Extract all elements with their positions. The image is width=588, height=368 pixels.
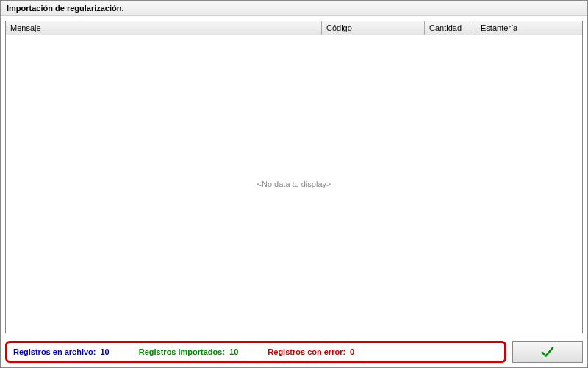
data-grid[interactable]: Mensaje Código Cantidad Estantería <No d… [5,21,583,333]
grid-header-row: Mensaje Código Cantidad Estantería [6,21,582,35]
status-importados-value: 10 [229,347,238,356]
window-title: Importación de regularización. [1,1,587,16]
checkmark-icon [540,346,555,358]
status-importados: Registros importados: 10 [139,347,239,356]
ok-button[interactable] [512,341,583,363]
status-archivo: Registros en archivo: 10 [13,347,110,356]
grid-empty-text: <No data to display> [257,180,331,188]
dialog-window: Importación de regularización. Mensaje C… [0,0,588,368]
column-header-cantidad[interactable]: Cantidad [425,21,476,35]
grid-body: <No data to display> [6,35,582,333]
column-header-mensaje[interactable]: Mensaje [6,21,322,35]
status-summary-box: Registros en archivo: 10 Registros impor… [5,341,506,363]
column-header-codigo[interactable]: Código [322,21,425,35]
status-error: Registros con error: 0 [268,347,354,356]
footer: Registros en archivo: 10 Registros impor… [1,338,587,367]
status-archivo-value: 10 [100,347,109,356]
column-header-estanteria[interactable]: Estantería [476,21,582,35]
status-error-label: Registros con error: [268,347,345,356]
status-importados-label: Registros importados: [139,347,225,356]
content-area: Mensaje Código Cantidad Estantería <No d… [1,16,587,338]
status-archivo-label: Registros en archivo: [13,347,96,356]
status-error-value: 0 [350,347,354,356]
